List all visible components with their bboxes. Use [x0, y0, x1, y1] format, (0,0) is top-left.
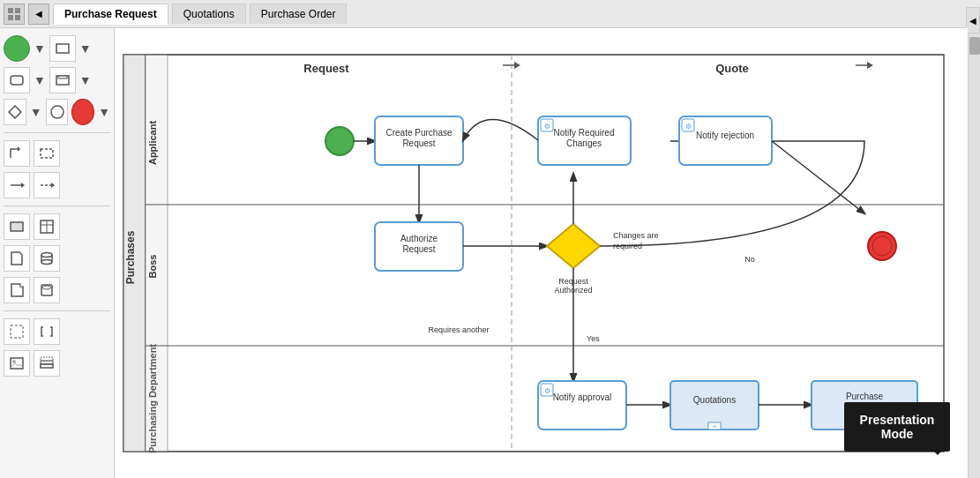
svg-marker-8: [9, 106, 21, 118]
svg-rect-25: [11, 325, 23, 338]
svg-rect-10: [41, 149, 53, 158]
svg-text:Purchase: Purchase: [846, 392, 884, 401]
stack-tool[interactable]: [34, 350, 60, 377]
svg-text:Applicant: Applicant: [147, 121, 158, 165]
svg-text:Purchasing Department: Purchasing Department: [147, 344, 158, 453]
svg-text:Changes: Changes: [566, 138, 602, 148]
svg-rect-2: [8, 15, 13, 20]
db2-tool[interactable]: [34, 277, 60, 303]
svg-marker-14: [51, 183, 55, 188]
diamond-tool[interactable]: [4, 99, 26, 125]
line-tool[interactable]: [4, 172, 30, 198]
svg-text:Quote: Quote: [715, 62, 749, 75]
diamond-dropdown[interactable]: ▼: [30, 105, 42, 119]
rounded-dropdown[interactable]: ▼: [34, 73, 46, 87]
svg-point-51: [325, 127, 354, 155]
image-tool[interactable]: [4, 350, 30, 377]
svg-text:Create Purchase: Create Purchase: [385, 128, 452, 138]
doc-tool[interactable]: [4, 245, 30, 272]
svg-text:Request: Request: [402, 244, 435, 254]
svg-marker-12: [21, 183, 25, 188]
rect-dropdown[interactable]: ▼: [79, 41, 92, 56]
svg-text:Notify rejection: Notify rejection: [696, 131, 754, 140]
svg-point-24: [42, 286, 51, 289]
bpmn-diagram: Purchases Applicant Boss Purchasing Depa…: [115, 28, 961, 460]
svg-text:+: +: [713, 422, 717, 430]
app-icon[interactable]: [4, 4, 25, 25]
tab-purchase-order[interactable]: Purchase Order: [250, 4, 348, 24]
svg-text:Changes are: Changes are: [613, 231, 659, 240]
svg-text:Request: Request: [402, 138, 435, 148]
svg-rect-0: [8, 8, 13, 13]
bracket-tool[interactable]: [34, 318, 60, 345]
tab-quotations[interactable]: Quotations: [172, 4, 246, 24]
svg-rect-15: [11, 222, 23, 231]
svg-rect-4: [56, 44, 69, 53]
top-bar: ◀ Purchase Request Quotations Purchase O…: [0, 0, 980, 28]
svg-rect-28: [41, 364, 53, 368]
collapse-toolbar-button[interactable]: ◀: [966, 7, 980, 34]
circle-dropdown[interactable]: ▼: [34, 41, 46, 56]
db-dropdown[interactable]: ▼: [79, 73, 92, 87]
rounded-rect-tool[interactable]: [4, 67, 30, 93]
svg-text:⚙: ⚙: [544, 123, 550, 131]
svg-rect-7: [58, 76, 67, 78]
svg-text:Request: Request: [303, 62, 349, 75]
svg-text:Boss: Boss: [147, 255, 158, 279]
corner-tool[interactable]: [4, 140, 30, 167]
svg-point-79: [872, 236, 892, 256]
svg-rect-26: [11, 358, 23, 369]
presentation-mode-tooltip: Presentation Mode: [844, 402, 950, 452]
svg-text:Yes: Yes: [587, 334, 600, 343]
svg-rect-84: [538, 381, 626, 429]
rect-outline-tool[interactable]: [4, 213, 30, 240]
svg-text:Notify Required: Notify Required: [554, 128, 615, 138]
svg-point-22: [41, 260, 52, 265]
svg-text:No: No: [744, 255, 755, 264]
select-rect-tool[interactable]: [4, 318, 30, 345]
rectangle-tool[interactable]: [49, 35, 76, 62]
green-circle-tool[interactable]: [4, 35, 30, 62]
svg-text:Requires another: Requires another: [428, 325, 489, 334]
db-tool[interactable]: [49, 67, 76, 93]
vertical-scrollbar[interactable]: [968, 28, 980, 478]
diagram-area[interactable]: Purchases Applicant Boss Purchasing Depa…: [115, 28, 968, 478]
svg-text:Notify approval: Notify approval: [553, 392, 612, 402]
dashed-line-tool[interactable]: [34, 172, 60, 198]
red-circle-tool[interactable]: [71, 99, 94, 125]
red-circle-dropdown[interactable]: ▼: [98, 105, 110, 119]
svg-rect-5: [11, 76, 23, 85]
svg-text:Authorize: Authorize: [400, 234, 438, 243]
cylinder-tool[interactable]: [34, 245, 60, 272]
svg-rect-3: [15, 15, 20, 20]
main-area: ◀ ▼ ▼ ▼ ▼ ▼: [0, 28, 980, 478]
scroll-thumb[interactable]: [969, 37, 980, 55]
svg-text:Quotations: Quotations: [693, 395, 736, 405]
tab-purchase-request[interactable]: Purchase Request: [53, 4, 168, 25]
svg-point-19: [41, 253, 52, 258]
left-toolbar: ◀ ▼ ▼ ▼ ▼ ▼: [0, 28, 115, 478]
note-tool[interactable]: [4, 277, 30, 303]
svg-rect-1: [15, 8, 20, 13]
svg-text:⚙: ⚙: [544, 387, 550, 395]
back-button[interactable]: ◀: [28, 4, 49, 25]
table-tool[interactable]: [34, 213, 60, 240]
svg-text:⚙: ⚙: [685, 123, 692, 131]
svg-point-27: [12, 360, 16, 363]
svg-text:Purchases: Purchases: [124, 230, 137, 284]
dashed-rect-tool[interactable]: [34, 140, 60, 167]
svg-point-9: [51, 106, 64, 118]
svg-rect-30: [41, 357, 53, 361]
circle-outline-tool[interactable]: [46, 99, 69, 125]
svg-rect-74: [679, 116, 772, 165]
